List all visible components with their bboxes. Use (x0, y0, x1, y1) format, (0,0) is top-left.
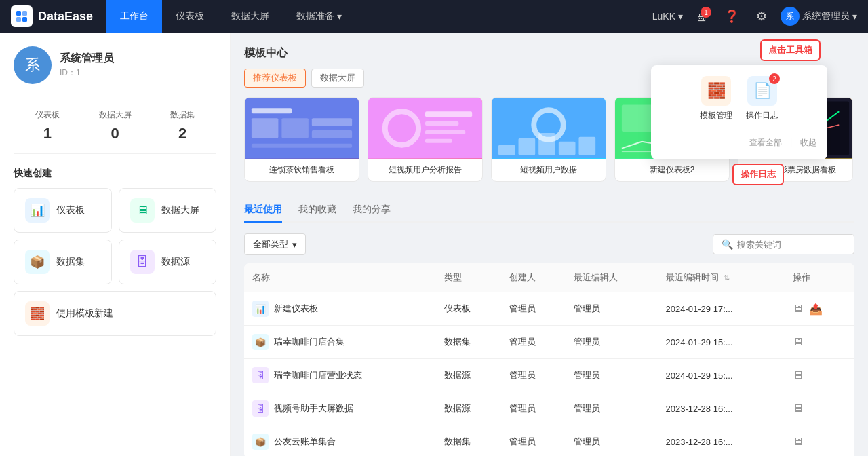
quick-item-dataset[interactable]: 📦 数据集 (14, 240, 112, 284)
nav-user-button[interactable]: LuKK ▾ (652, 11, 683, 22)
row-last-editor: 管理员 (566, 359, 657, 392)
preview-icon[interactable]: 🖥 (793, 402, 804, 415)
svg-rect-23 (578, 137, 595, 155)
stat-dataset: 数据集 2 (149, 109, 216, 142)
user-name: 系统管理员 (60, 52, 114, 66)
preview-icon[interactable]: 🖥 (793, 369, 804, 381)
template-card-3[interactable]: 短视频用户数据 (491, 97, 606, 182)
template-thumb-2 (368, 98, 482, 159)
tag-datascreen[interactable]: 数据大屏 (311, 69, 364, 88)
nav-tabs: 工作台 仪表板 数据大屏 数据准备 ▾ (106, 0, 355, 33)
row-last-editor: 管理员 (566, 292, 657, 326)
svg-rect-14 (425, 121, 458, 126)
nav-tab-workspace[interactable]: 工作台 (106, 0, 162, 33)
row-type-icon: 🗄 (252, 400, 269, 417)
row-last-edit-time: 2023-12-28 16:... (658, 392, 785, 425)
row-name: 瑞幸咖啡门店营业状态 (274, 369, 362, 381)
nav-tab-dataprep[interactable]: 数据准备 ▾ (283, 0, 355, 33)
row-type: 数据源 (436, 392, 501, 425)
preview-icon[interactable]: 🖥 (793, 436, 804, 448)
top-navigation: DataEase 工作台 仪表板 数据大屏 数据准备 ▾ LuKK ▾ 🖨 1 … (0, 0, 868, 33)
datasource-icon: 🗄 (130, 250, 155, 274)
row-creator: 管理员 (501, 359, 566, 392)
tab-shared[interactable]: 我的分享 (353, 198, 391, 223)
quick-item-datascreen[interactable]: 🖥 数据大屏 (119, 188, 217, 233)
svg-rect-19 (498, 145, 515, 155)
view-all-link[interactable]: 查看全部 (749, 137, 782, 149)
nav-system-admin-button[interactable]: 系 系统管理员 ▾ (781, 7, 857, 26)
row-name: 新建仪表板 (274, 303, 318, 315)
quick-create-grid: 📊 仪表板 🖥 数据大屏 📦 数据集 🗄 数据源 🧱 使用模板新建 (14, 188, 216, 336)
row-creator: 管理员 (501, 292, 566, 326)
svg-rect-20 (519, 138, 536, 155)
tag-recommended[interactable]: 推荐仪表板 (244, 69, 306, 88)
row-type-icon: 📦 (252, 434, 269, 450)
settings-icon-button[interactable]: ⚙ (751, 5, 772, 27)
row-last-edit-time: 2023-12-28 16:... (658, 425, 785, 457)
svg-rect-15 (425, 130, 465, 134)
row-creator: 管理员 (501, 425, 566, 457)
search-box: 🔍 (713, 234, 854, 254)
tooltip-item-template-mgr[interactable]: 🧱 模板管理 (700, 76, 732, 121)
row-last-editor: 管理员 (566, 392, 657, 425)
logo-icon (11, 5, 33, 27)
quick-item-datasource[interactable]: 🗄 数据源 (119, 240, 217, 284)
notification-badge: 1 (701, 7, 711, 18)
preview-icon[interactable]: 🖥 (793, 336, 804, 348)
filter-row: 全部类型 ▾ 🔍 (244, 233, 854, 255)
tab-recent[interactable]: 最近使用 (244, 198, 282, 223)
type-filter-select[interactable]: 全部类型 ▾ (244, 233, 306, 255)
template-icon: 🧱 (25, 301, 50, 326)
logo-text: DataEase (38, 10, 93, 24)
col-last-edit-time: 最近编辑时间 ⇅ (658, 263, 785, 292)
col-last-editor: 最近编辑人 (566, 263, 657, 292)
operation-log-badge: 2 (769, 73, 780, 84)
row-last-edit-time: 2024-01-29 17:... (658, 292, 785, 326)
nav-right-area: LuKK ▾ 🖨 1 ❓ ⚙ 系 系统管理员 ▾ (652, 5, 857, 27)
nav-avatar: 系 (781, 7, 800, 26)
quick-item-template[interactable]: 🧱 使用模板新建 (14, 291, 216, 336)
svg-rect-6 (252, 118, 279, 138)
row-last-editor: 管理员 (566, 425, 657, 457)
row-last-edit-time: 2024-01-29 15:... (658, 359, 785, 392)
col-type: 类型 (436, 263, 501, 292)
callout-toolbox-label: 点击工具箱 (760, 39, 821, 61)
template-card-2[interactable]: 短视频用户分析报告 (368, 97, 483, 182)
table-row: 📦 公友云账单集合 数据集 管理员 管理员 2023-12-28 16:... … (244, 425, 854, 457)
tooltip-item-operation-log[interactable]: 📄 2 操作日志 (746, 76, 778, 121)
tab-favorites[interactable]: 我的收藏 (298, 198, 336, 223)
row-creator: 管理员 (501, 326, 566, 359)
svg-rect-16 (425, 139, 452, 143)
search-input[interactable] (737, 240, 846, 250)
svg-rect-7 (281, 118, 309, 138)
table-row: 🗄 视频号助手大屏数据 数据源 管理员 管理员 2023-12-28 16:..… (244, 392, 854, 425)
printer-icon-button[interactable]: 🖨 1 (691, 5, 713, 27)
data-table: 名称 类型 创建人 最近编辑人 最近编辑时间 ⇅ 操作 📊 新建仪表板 (244, 263, 854, 456)
quick-item-dashboard[interactable]: 📊 仪表板 (14, 188, 112, 233)
main-layout: 系 系统管理员 ID：1 仪表板 1 数据大屏 0 数据集 2 快速创建 (0, 33, 868, 456)
avatar: 系 (14, 46, 52, 84)
stats-row: 仪表板 1 数据大屏 0 数据集 2 (14, 98, 216, 154)
row-type-icon: 📊 (252, 301, 269, 317)
nav-tab-dashboard[interactable]: 仪表板 (162, 0, 218, 33)
quick-create-title: 快速创建 (14, 168, 216, 180)
table-header-row: 名称 类型 创建人 最近编辑人 最近编辑时间 ⇅ 操作 (244, 263, 854, 292)
preview-icon[interactable]: 🖥 (793, 303, 804, 316)
collapse-link[interactable]: 收起 (800, 137, 816, 149)
chevron-down-icon: ▾ (292, 240, 297, 250)
dashboard-icon: 📊 (25, 198, 50, 223)
share-icon[interactable]: 📤 (809, 303, 823, 316)
svg-rect-10 (252, 144, 352, 148)
help-icon-button[interactable]: ❓ (721, 5, 743, 27)
row-type-icon: 🗄 (252, 367, 269, 383)
svg-rect-9 (312, 130, 352, 138)
svg-rect-22 (559, 142, 576, 155)
svg-rect-3 (22, 17, 27, 22)
svg-rect-0 (16, 11, 21, 16)
nav-tab-datascreen[interactable]: 数据大屏 (218, 0, 283, 33)
template-card-1[interactable]: 连锁茶饮销售看板 (244, 97, 359, 182)
chevron-down-icon: ▾ (678, 11, 683, 22)
template-thumb-3 (492, 98, 606, 159)
table-row: 🗄 瑞幸咖啡门店营业状态 数据源 管理员 管理员 2024-01-29 15:.… (244, 359, 854, 392)
sort-icon[interactable]: ⇅ (724, 273, 730, 282)
